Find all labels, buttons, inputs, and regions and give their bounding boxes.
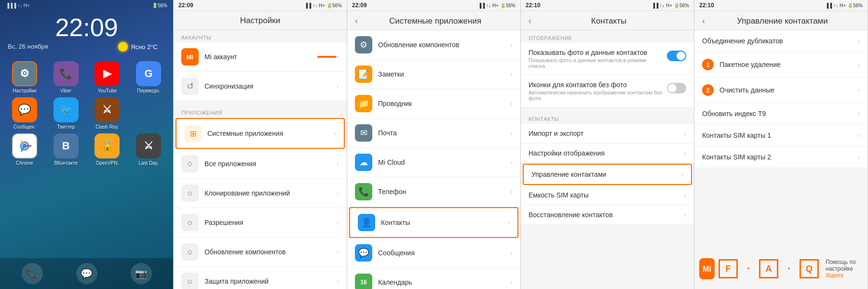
item-number-1: 1 [702,59,714,70]
restore-label: Восстановление контактов [529,211,684,219]
weather-icon [118,42,128,52]
update-t9-item[interactable]: Обновить индекс Т9 › [694,103,868,125]
status-icons: ▐▐ ↑↓ H+ 🔋56% [304,3,342,8]
sim2-contacts-item[interactable]: Контакты SIM карты 2 › [694,146,868,168]
viber-icon[interactable]: 📞 [54,61,79,86]
twitter-icon[interactable]: 🐦 [54,97,79,122]
dock-messages[interactable]: 💬 [76,263,97,284]
icons-no-photo-item[interactable]: Иконки для контактов без фото Автоматиче… [521,75,694,107]
status-time: 22:10 [526,2,541,9]
arrow-icon: › [510,41,513,49]
sim1-contacts-item[interactable]: Контакты SIM карты 1 › [694,125,868,146]
restore-contacts-item[interactable]: Восстановление контактов › [521,205,694,225]
app-guard-item[interactable]: ○ Защита приложений › [174,267,347,289]
system-apps-label: Системные приложения [207,130,334,137]
app-settings[interactable]: ⚙ Настройки [6,61,43,93]
arrow-icon: › [857,37,860,45]
merge-duplicates-item[interactable]: Объединение дубликатов › [694,30,868,52]
show-photo-toggle[interactable] [667,51,686,61]
youtube-icon[interactable]: ▶ [95,61,120,86]
settings-icon[interactable]: ⚙ [12,61,37,86]
phone-app[interactable]: 📞 Телефон › [347,177,520,207]
import-export-item[interactable]: Импорт и экспорт › [521,124,694,144]
permissions-item[interactable]: ○ Разрешения › [174,208,347,237]
app-vk[interactable]: В ВКонтакте [47,133,85,166]
chrome-icon[interactable] [12,133,37,158]
update-components-app[interactable]: ⚙ Обновление компонентов › [347,30,520,60]
translate-icon[interactable]: G [136,61,161,86]
sim-capacity-item[interactable]: Емкость SIM карты › [521,185,694,205]
batch-delete-item[interactable]: 1 Пакетное удаление › [694,52,868,78]
sim1-label: Контакты SIM карты 1 [702,131,857,139]
app-clash[interactable]: ⚔ Clash Roy. [89,97,126,130]
display-settings-item[interactable]: Настройки отображения › [521,144,694,163]
permissions-icon: ○ [181,214,199,231]
item-number-2: 2 [702,84,714,96]
system-apps-item[interactable]: ⊞ Системные приложения › [176,118,345,149]
app-label: Clash Roy. [95,124,119,130]
manage-contacts-label: Управление контактами [531,171,681,178]
dock-camera[interactable]: 📷 [131,263,152,284]
faq-dot: · [739,259,758,278]
svg-text:Mi: Mi [703,265,711,273]
update-t9-label: Обновить индекс Т9 [702,110,857,118]
sim-capacity-label: Емкость SIM карты [529,191,684,199]
show-photo-item[interactable]: Показывать фото и данные контактов Показ… [521,43,694,75]
display-section: ОТОБРАЖЕНИЕ [521,30,694,43]
contacts-header: ‹ Контакты [521,11,694,30]
update-components-item[interactable]: ○ Обновление компонентов › [174,237,347,267]
app-lastday[interactable]: ⚔ Last Day. [130,133,167,166]
all-apps-item[interactable]: ○ Все приложения › [174,149,347,179]
faq-tagline: Помощь по настройке Xiaomi [826,259,863,279]
arrow-icon: › [684,149,686,157]
divider [174,101,347,105]
micloud-app[interactable]: ☁ Mi Cloud › [347,148,520,177]
app-chrome[interactable]: Chrome [6,133,43,166]
vk-icon[interactable]: В [54,133,79,158]
app-label: Сообщен. [14,124,36,130]
status-time: 22:09 [178,2,193,9]
messages-icon[interactable]: 💬 [12,97,37,122]
app-viber[interactable]: 📞 Viber [47,61,85,93]
sync-icon: ↺ [181,78,199,95]
system-apps-panel: 22:09 ▐▐ ↑↓ H+ 🔋56% ‹ Системные приложен… [347,0,521,289]
lastday-icon[interactable]: ⚔ [136,133,161,158]
mi-logo: Mi [699,258,715,279]
item-label: Mi Cloud [378,158,510,166]
app-label: ВКонтакте [54,160,78,166]
bottom-dock: 📞 💬 📷 [0,258,173,289]
app-label: Переводч. [137,88,160,93]
manage-contacts-item[interactable]: Управление контактами › [523,164,692,185]
clear-data-item[interactable]: 2 Очистить данные › [694,78,868,103]
mi-account-item[interactable]: Mi Mi аккаунт › [174,42,347,72]
dock-phone[interactable]: 📞 [22,263,43,284]
calendar-app[interactable]: 16 Календарь › [347,268,520,289]
item-label: Почта [378,129,510,137]
guard-label: Защита приложений [204,277,337,285]
openvpn-icon[interactable]: 🔒 [95,133,120,158]
clash-icon[interactable]: ⚔ [95,97,120,122]
app-twitter[interactable]: 🐦 Твиттер [47,97,85,130]
contacts-app[interactable]: 👤 Контакты › [349,207,518,238]
notes-app[interactable]: 📝 Заметки › [347,60,520,89]
mail-app[interactable]: ✉ Почта › [347,118,520,148]
clone-icon: ○ [181,184,199,202]
app-messages[interactable]: 💬 Сообщен. [6,97,43,130]
sms-app[interactable]: 💬 Сообщения › [347,238,520,268]
sync-item[interactable]: ↺ Синхронизация › [174,72,347,101]
app-openvpn[interactable]: 🔒 OpenVPN. [89,133,126,166]
clone-apps-item[interactable]: ○ Клонирование приложений › [174,179,347,208]
sync-label: Синхронизация [204,82,337,90]
arrow-icon: › [510,158,513,166]
icons-toggle[interactable] [667,83,686,93]
arrow-icon: › [334,130,336,137]
mi-badge [317,56,337,58]
arrow-icon: › [337,219,339,226]
app-youtube[interactable]: ▶ YouTube [89,61,126,93]
arrow-icon: › [857,110,860,118]
app-translate[interactable]: G Переводч. [130,61,167,93]
explorer-app[interactable]: 📁 Проводник › [347,89,520,118]
all-apps-label: Все приложения [204,160,337,168]
contacts-settings-panel: 22:10 ▐▐ ↑↓ H+ 🔋56% ‹ Контакты ОТОБРАЖЕН… [521,0,694,289]
arrow-icon: › [857,131,860,139]
